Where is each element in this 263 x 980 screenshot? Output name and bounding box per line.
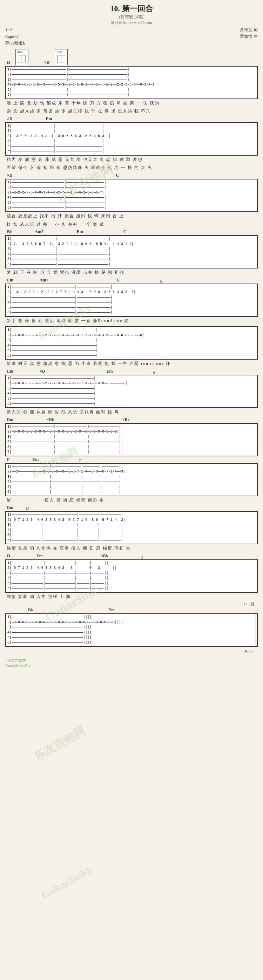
chord-row-9: F Em 7	[5, 457, 258, 463]
chord-em9: Em	[32, 457, 38, 462]
chord-row-11: D Em ×B♭ §	[5, 553, 258, 559]
chord-row-4: B♭ Am7 Em C	[5, 229, 258, 235]
lyricist: 黄作文 词	[240, 27, 258, 33]
section10-label: 11	[26, 506, 29, 510]
title-section: 10. 第一回合 （许志安 演唱） 缘分音乐: www.yf66.com	[5, 3, 258, 25]
lyrics-5a: 新手 都 样 博 到 最后 博取 欣 赏 一直 像Round one 如	[5, 317, 258, 325]
chord-row-10: Em 11	[5, 504, 258, 511]
chord-row-8: Em ×B♭ ×B♭	[5, 417, 258, 423]
chord-em5: Em	[7, 278, 13, 283]
tab-block-9: 1|——————————————————|——————————————|————…	[5, 463, 258, 496]
chord-fsm9: F	[7, 457, 10, 462]
source-line: 缘分音乐: www.yf66.com	[5, 20, 258, 25]
ds-text: D.S.跳	[244, 601, 254, 607]
lyrics-2b: 希望 像个 永 远 初 培 但 恩热情像 火 面临什 么 赤 一 样 的 大 火	[5, 164, 258, 172]
chord-row-2: ×D Em	[5, 116, 258, 123]
chord-em4: Em	[77, 229, 83, 234]
chord-row-3: ×D C	[5, 172, 258, 179]
chord-d11: D	[7, 554, 10, 559]
chord-em7: Em	[7, 369, 13, 374]
lyrics-1a: 脸 上 满 溅 划 伤 酿成 乐 章 十年 练 刀 方 稳 仍 然 如 第 一 …	[5, 99, 258, 108]
section9-label: 7	[79, 458, 81, 462]
tab-block-11: 1|———————————————|——————————————|——————|…	[5, 559, 258, 593]
chord-d3: ×D	[7, 173, 13, 178]
chord-em7b: Em	[107, 369, 113, 374]
main-title: 10. 第一回合	[5, 3, 258, 14]
tab-block-5: 1|——————————————————————————————|———————…	[5, 283, 258, 317]
lyrics-7a: 新人的 心 能 从容 应 应 战 又玩 又认真 面对 挑 衅	[5, 408, 258, 417]
chord-d-label: D	[7, 60, 10, 65]
footer-logo: ♪乐友吉他网GuitarSinky.Net	[5, 658, 258, 667]
chord-d7: ×D	[40, 369, 45, 374]
watermark-5: 乐友吉他网	[32, 723, 88, 764]
lyrics-6a: 新来 时天 真 意 激动 愈 抗 忌 为 小事 着紧 恕 我 一生 亦是 rou…	[5, 360, 258, 368]
watermark-6: GuitarSinky	[39, 863, 94, 901]
chord-row-1: D ×××┌─┬─┐│ │ │└─┴─┘ ×D ×○○┌─┬─┐│ │ │└─┴…	[5, 48, 258, 66]
lyrics-9a: 鲜 投入 偶 初 恋 糊蜜 偶初 生	[5, 496, 258, 505]
tuning-info: 弹G调指法	[5, 40, 25, 47]
tab-block-12: 1|——————————————————————————————————||||…	[5, 613, 258, 647]
meta-left: 1=A♭ Capo=2 弹G调指法	[5, 27, 25, 47]
chord-x-diagram: ×○○┌─┬─┐│ │ │└─┴─┘	[55, 49, 68, 65]
chord-bb11: ×B♭	[100, 554, 108, 559]
lyrics-10a: 纯情 如胡 响 步步也 在 庆幸 投入 偶 初 恋 糊蜜 偶初 生	[5, 544, 258, 553]
chord-em12: B♭	[28, 608, 33, 612]
chord-bb: B♭	[7, 229, 12, 234]
chord-row-12: B♭ Em	[5, 607, 258, 613]
chord-em8: Em	[7, 417, 13, 422]
chord-d-diagram: ×××┌─┬─┐│ │ │└─┴─┘	[16, 49, 29, 65]
meta-right: 黄作文 词 雷颂德 曲	[240, 27, 258, 40]
chord-bb8a: ×B♭	[47, 417, 54, 422]
meta-row: 1=A♭ Capo=2 弹G调指法 黄作文 词 雷颂德 曲	[5, 27, 258, 47]
lyrics-1b: 杂 念 越来越 多 落场 越 多 越忘掉 找 什 么 场 场 投入的 我 不只	[5, 107, 258, 116]
tab-block-8: 1|————————————————————|———————————————|—…	[5, 423, 258, 457]
chord-row-5: Em Am7 C §	[5, 277, 258, 283]
tab-block-3: 1|—————————————————————————|————————————…	[5, 179, 258, 212]
chord-bb8b: ×B♭	[123, 417, 130, 422]
chord-s5: §	[160, 278, 162, 283]
chord-am75: Am7	[40, 278, 48, 283]
lyrics-4a: 梦 就 正 在 响 仍 会 觉 紧张 激昂 击掌 根 易 那 扩张	[5, 269, 258, 277]
key-info: 1=A♭	[5, 27, 25, 33]
chord-s11: §	[141, 555, 143, 559]
chord-em10: Em	[7, 505, 13, 510]
chord-row-7: Em ×D Em §	[5, 368, 258, 375]
tab-block-2: 1|————————————————————|—————————————————…	[5, 123, 258, 156]
chord-d2: ×D	[7, 116, 13, 122]
tab-block-10: 1|——————————————|————————————————|——————…	[5, 511, 258, 544]
tab-block-4: 1|—————————————————————|————————————————…	[5, 235, 258, 269]
page: 乐友吉他网 GuitarSinky 乐友吉他网 GuitarSinky 乐友吉他…	[0, 0, 263, 671]
chord-em12b: Em	[108, 608, 115, 612]
tab-block-1: 1|——————————————————————————|———————————…	[5, 66, 258, 99]
lyrics-3b: 技 如 从未玩 过 每一 小 步 亦有 一 个 突 破	[5, 221, 258, 229]
chord-em: Em	[46, 116, 52, 122]
lyrics-2a: 精力 发 战 意 高 涨 就 是 无大 奖 仍无大 奖 恋 惜 聴 取 梦想	[5, 156, 258, 164]
subtitle: （许志安 演唱）	[5, 14, 258, 20]
tab-block-7: 1|——————————————————————————————————————…	[5, 375, 258, 408]
chord-c5: C	[117, 278, 120, 283]
lyrics-11a: 纯情 如胡 响 入学 那样 上 阵 —— ——	[5, 593, 258, 601]
capo-info: Capo=2	[5, 33, 25, 40]
chord-x-label: ×D	[44, 60, 50, 65]
fine-text: Fine	[245, 649, 252, 654]
lyrics-3a: 擂台 还是必上 我不 出 汗 就会 感到 找 蜂 来到 台 上	[5, 212, 258, 221]
chord-c4: C	[123, 229, 127, 234]
composer: 雷颂德 曲	[240, 33, 258, 40]
chord-am7: Am7	[35, 229, 43, 234]
chord-s7: §	[153, 370, 155, 374]
chord-em11: Em	[37, 554, 43, 559]
tab-block-6: 1|——————————————————————————————————————…	[5, 326, 258, 360]
chord-c3: C	[116, 173, 119, 178]
